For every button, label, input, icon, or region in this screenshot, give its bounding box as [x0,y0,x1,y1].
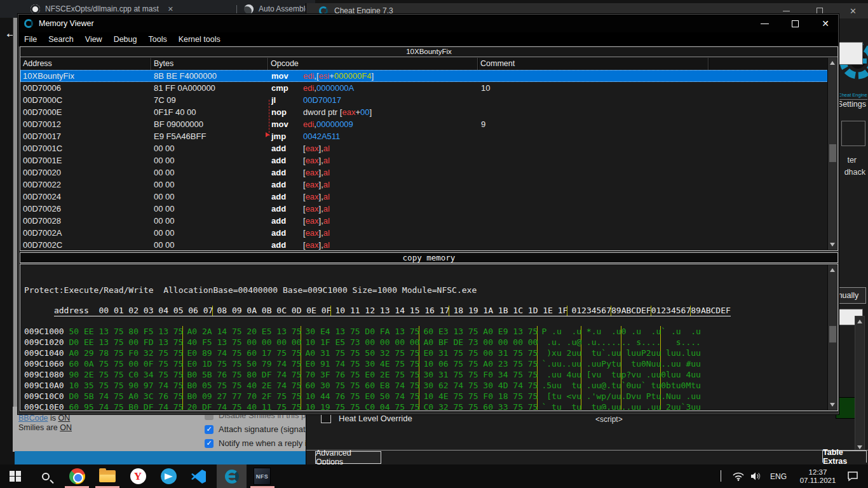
start-button[interactable] [3,464,28,488]
disasm-row[interactable]: 00D7000E0F1F 40 00nopdword ptr [eax+00] [20,106,828,118]
background-box [841,121,865,146]
column-spacer [709,58,828,70]
disasm-row[interactable]: 00D70017E9 F5A46BFFjmp0042A511 [20,130,828,142]
disasm-row[interactable]: 00D7002400 00add[eax],al [20,191,828,203]
disasm-row[interactable]: 00D7001E00 00add[eax],al [20,154,828,166]
scroll-up-icon[interactable] [857,320,862,323]
taskbar-nfs-game[interactable]: NFS [247,464,277,488]
cheat-engine-logo-caption: Cheat Engine [838,92,867,100]
disassembler-scrollbar[interactable] [827,58,837,250]
windows-logo-icon [10,471,21,482]
vscode-icon [191,469,207,484]
memory-viewer-menubar: FileSearchViewDebugToolsKernel tools [18,32,838,46]
taskbar-file-explorer[interactable] [95,464,120,488]
background-panel [836,42,863,65]
column-bytes[interactable]: Bytes [151,58,268,70]
menu-file[interactable]: File [18,35,43,44]
scroll-up-icon[interactable] [830,61,835,65]
speaker-icon[interactable] [750,471,763,481]
forum-submit-bar[interactable] [15,451,306,464]
hex-row[interactable]: 009C106060 0A 75 75 00 0F 75 75E0 1D 75 … [24,358,827,369]
taskbar-vscode[interactable] [186,464,212,488]
scrollbar-thumb[interactable] [829,326,836,342]
github-favicon-icon [31,4,40,14]
menu-debug[interactable]: Debug [108,35,143,44]
hex-view-scrollbar[interactable] [827,265,837,410]
taskbar-yandex[interactable]: Y [125,464,151,488]
jump-line-indicator [269,100,269,136]
hex-rows: 009C100050 EE 13 75 80 F5 13 75A0 2A 14 … [24,326,827,410]
disasm-row[interactable]: 00D70012BF 09000000movedi,000000099 [20,118,828,130]
checkbox-notify-reply[interactable]: ✓ Notify me when a reply is [205,438,313,448]
notification-center-icon[interactable] [846,471,859,482]
bbcode-link[interactable]: BBCode [18,414,48,423]
column-address[interactable]: Address [20,58,151,70]
disasm-row[interactable]: 00D7002200 00add[eax],al [20,179,828,191]
hex-row[interactable]: 009C1040A0 29 78 75 F0 32 75 75E0 89 74 … [24,348,827,358]
clock[interactable]: 12:37 07.11.2021 [796,468,840,485]
hex-row[interactable]: 009C1020D0 EE 13 75 00 FD 13 7540 F5 13 … [24,337,827,348]
menu-tools[interactable]: Tools [142,35,172,44]
wifi-icon[interactable] [733,472,744,481]
disasm-row[interactable]: 00D7002C00 00add[eax],al [20,239,828,250]
taskbar-search-button[interactable] [33,464,58,488]
hex-row[interactable]: 009C100050 EE 13 75 80 F5 13 75A0 2A 14 … [24,326,827,337]
yandex-icon: Y [130,468,146,484]
hex-row[interactable]: 009C10E060 95 74 75 B0 DF 74 7520 DF 74 … [24,402,827,410]
heat-level-override-checkbox[interactable]: Heat Level Override [321,413,412,423]
maximize-icon[interactable] [817,8,823,14]
minimize-icon[interactable] [783,11,790,11]
divider [306,450,868,451]
disasm-row[interactable]: 00D7000C7C 09jl00D70017 [20,94,828,106]
scrollbar-thumb[interactable] [829,144,836,162]
disasm-row[interactable]: 00D7002000 00add[eax],al [20,166,828,179]
column-opcode[interactable]: Opcode [268,58,478,70]
taskbar-telegram[interactable] [156,464,181,488]
bbcode-status: BBCode is ON [18,414,70,423]
chrome-icon [69,468,85,484]
language-indicator[interactable]: ENG [770,472,787,481]
close-icon[interactable]: ✕ [822,18,829,29]
tray-chevron-icon[interactable] [721,471,721,482]
address-list-scrollbar[interactable] [855,316,865,453]
hex-view-content[interactable]: Protect:Execute/Read/Write AllocationBas… [24,266,827,410]
hex-row[interactable]: 009C10A010 35 75 75 90 97 74 75B0 05 75 … [24,380,827,391]
checkbox-checked-icon[interactable]: ✓ [205,425,214,434]
taskbar-chrome[interactable] [64,464,90,488]
menu-search[interactable]: Search [43,35,79,44]
checkbox-icon[interactable] [321,413,331,423]
hex-row[interactable]: 009C10C0D0 5B 74 75 A0 3C 76 75B0 09 27 … [24,391,827,402]
menu-view[interactable]: View [79,35,108,44]
settings-label[interactable]: Settings [837,100,866,109]
scroll-up-icon[interactable] [830,268,835,272]
cheat-engine-icon [24,19,33,28]
column-comment[interactable]: Comment [478,58,709,70]
checkbox-attach-signature[interactable]: ✓ Attach signature (signatur [205,424,313,434]
disasm-row[interactable]: 00D7001C00 00add[eax],al [20,142,828,154]
minimize-icon[interactable] [761,24,769,24]
disasm-row[interactable]: 00D7002600 00add[eax],al [20,203,828,215]
close-icon[interactable]: ✕ [850,6,857,16]
hex-row[interactable]: 009C108090 2E 75 75 C0 34 75 75B0 5B 76 … [24,369,827,380]
disasm-row[interactable]: 00D7002800 00add[eax],al [20,215,828,227]
jump-arrow-icon [266,132,269,137]
clipped-label-ter: ter [847,156,857,165]
scroll-down-icon[interactable] [830,403,835,407]
menu-kernel-tools[interactable]: Kernel tools [173,35,226,44]
disasm-row[interactable]: 00D7002A00 00add[eax],al [20,227,828,239]
advanced-options-button[interactable]: Advanced Options [315,451,381,464]
table-extras-button[interactable]: Table Extras [822,451,867,463]
disasm-row[interactable]: 10XBountyFix8B BE F4000000movedi,[esi+00… [20,70,828,82]
disasm-row[interactable]: 00D7000681 FF 0A000000cmpedi,0000000A10 [20,82,828,94]
script-tag-label: <script> [595,415,623,424]
tab-close-icon[interactable]: ✕ [168,5,173,13]
copy-memory-bar[interactable]: copy memory [20,252,838,263]
taskbar-cheat-engine-active[interactable] [217,464,247,488]
memory-viewer-titlebar[interactable]: Memory Viewer ✕ [18,15,838,32]
checkbox-checked-icon[interactable]: ✓ [205,439,214,448]
hex-column-header: address 00 01 02 03 04 05 06 0708 09 0A … [54,306,731,316]
memory-viewer-title: Memory Viewer [39,19,94,28]
tray-date: 07.11.2021 [796,477,840,485]
scroll-down-icon[interactable] [830,243,835,247]
maximize-icon[interactable] [792,20,799,27]
